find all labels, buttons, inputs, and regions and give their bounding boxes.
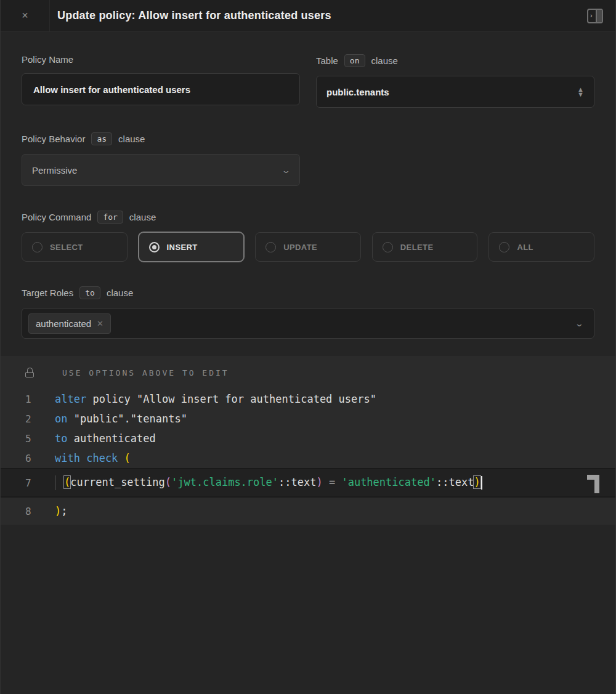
target-roles-label: Target Roles	[22, 288, 73, 298]
behavior-select[interactable]: Permissive ⌄	[22, 154, 300, 186]
radio-circle-icon	[383, 242, 393, 252]
update-policy-panel: { "header": { "title": "Update policy: A…	[0, 0, 616, 694]
command-option-insert[interactable]: INSERT	[139, 232, 245, 262]
indent-guide	[55, 475, 55, 490]
chevron-down-icon: ⌄	[575, 319, 584, 328]
text-cursor-icon	[481, 476, 482, 490]
behavior-label: Policy Behavior	[22, 134, 85, 144]
command-option-update[interactable]: UPDATE	[255, 232, 361, 262]
policy-form: Policy Name Table on clause public.tenan…	[1, 32, 615, 339]
banner-gutter	[1, 368, 55, 377]
role-tag-authenticated: authenticated ✕	[28, 313, 111, 334]
code-text: alter policy "Allow insert for authentic…	[55, 393, 376, 405]
behavior-clause-word: clause	[118, 134, 145, 144]
code-line-1: 1alter policy "Allow insert for authenti…	[1, 389, 615, 409]
expand-panel-button[interactable]: ›	[587, 9, 603, 23]
overview-ruler-marker	[587, 475, 599, 493]
command-option-delete[interactable]: DELETE	[372, 232, 478, 262]
code-line-5: 5to authenticated	[1, 429, 615, 448]
target-roles-select[interactable]: authenticated ✕ ⌄	[22, 308, 594, 339]
editor-banner-text: USE OPTIONS ABOVE TO EDIT	[55, 368, 229, 377]
line-number: 8	[1, 506, 55, 517]
code-text: (current_setting('jwt.claims.role'::text…	[55, 475, 482, 490]
code-line-7[interactable]: 7(current_setting('jwt.claims.role'::tex…	[1, 468, 615, 498]
panel-divider	[596, 10, 597, 22]
line-number: 7	[1, 477, 55, 489]
line-number: 1	[1, 393, 55, 405]
code-lines: 1alter policy "Allow insert for authenti…	[1, 389, 615, 525]
code-text: to authenticated	[55, 432, 156, 445]
dialog-title: Update policy: Allow insert for authenti…	[50, 9, 331, 22]
table-select[interactable]: public.tenants ▲▼	[316, 76, 594, 108]
table-section: Table on clause public.tenants ▲▼	[316, 54, 594, 108]
radio-circle-icon	[499, 242, 509, 252]
command-option-all[interactable]: ALL	[488, 232, 594, 262]
code-line-8: 8);	[1, 498, 615, 525]
behavior-select-value: Permissive	[32, 165, 77, 176]
code-text: on "public"."tenants"	[55, 413, 187, 425]
line-number: 2	[1, 413, 55, 425]
radio-circle-icon	[32, 242, 43, 252]
line-number: 5	[1, 433, 55, 445]
sql-editor: USE OPTIONS ABOVE TO EDIT 1alter policy …	[1, 356, 615, 525]
dialog-header: × Update policy: Allow insert for authen…	[1, 0, 615, 32]
as-clause-badge: as	[91, 132, 112, 145]
command-label: Policy Command	[22, 212, 91, 222]
for-clause-badge: for	[97, 211, 123, 224]
line-number: 6	[1, 453, 55, 464]
close-button[interactable]: ×	[1, 0, 50, 31]
command-radio-group: SELECT INSERT UPDATE DELETE ALL	[22, 232, 594, 262]
lock-icon	[25, 368, 34, 377]
code-line-6: 6with check (	[1, 448, 615, 468]
policy-name-label: Policy Name	[22, 54, 73, 65]
to-clause-badge: to	[79, 286, 100, 299]
tag-remove-icon[interactable]: ✕	[97, 320, 103, 328]
panel-right-icon: ›	[590, 12, 593, 19]
target-roles-section: Target Roles to clause authenticated ✕ ⌄	[22, 286, 594, 339]
select-updown-icon: ▲▼	[577, 87, 584, 97]
command-section: Policy Command for clause SELECT INSERT …	[22, 211, 594, 262]
chevron-down-icon: ⌄	[282, 166, 291, 175]
code-text: with check (	[55, 452, 131, 464]
command-option-select[interactable]: SELECT	[22, 232, 128, 262]
panel-fill	[597, 10, 602, 22]
behavior-section: Policy Behavior as clause Permissive ⌄	[22, 132, 594, 186]
policy-name-section: Policy Name	[22, 54, 300, 108]
policy-name-input[interactable]	[22, 73, 300, 105]
radio-circle-icon	[265, 242, 276, 252]
command-clause-word: clause	[129, 212, 156, 222]
table-select-value: public.tenants	[326, 87, 389, 97]
code-line-2: 2on "public"."tenants"	[1, 409, 615, 429]
code-text: );	[55, 505, 68, 517]
close-icon: ×	[22, 9, 28, 22]
on-clause-badge: on	[344, 54, 365, 67]
table-label: Table	[316, 55, 338, 66]
editor-banner: USE OPTIONS ABOVE TO EDIT	[1, 356, 615, 389]
table-clause-word: clause	[371, 55, 398, 66]
target-roles-clause-word: clause	[107, 288, 133, 298]
radio-circle-icon	[149, 242, 160, 252]
